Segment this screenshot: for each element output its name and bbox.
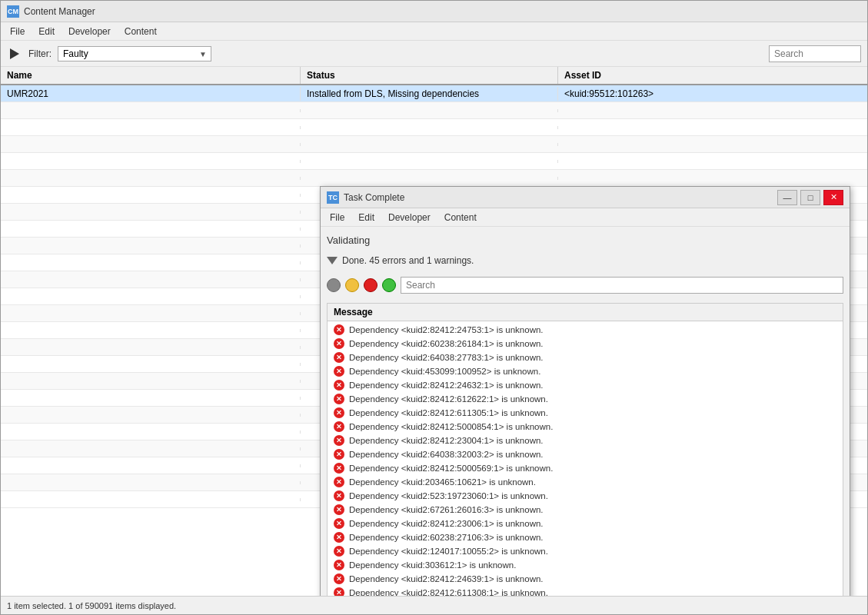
cell-status: Installed from DLS, Missing dependencies <box>301 87 558 101</box>
message-text: Dependency <kuid:203465:10621> is unknow… <box>349 477 536 487</box>
message-text: Dependency <kuid2:82412:611305:1> is unk… <box>349 408 548 417</box>
error-icon: ✕ <box>334 573 344 584</box>
message-text: Dependency <kuid2:82412:5000569:1> is un… <box>349 464 553 473</box>
message-text: Dependency <kuid2:82412:23006:1> is unkn… <box>349 519 544 528</box>
dialog-menu-edit[interactable]: Edit <box>352 211 381 224</box>
dialog-close-button[interactable]: ✕ <box>823 190 843 205</box>
error-icon: ✕ <box>334 490 344 501</box>
error-icon: ✕ <box>334 463 344 474</box>
menu-file[interactable]: File <box>4 25 31 38</box>
error-icon: ✕ <box>334 477 344 487</box>
dialog-icon: TC <box>327 191 339 204</box>
message-item: ✕Dependency <kuid2:67261:26016:3> is unk… <box>328 503 843 517</box>
message-item: ✕Dependency <kuid2:82412:24639:1> is unk… <box>328 572 843 586</box>
error-icon: ✕ <box>334 380 344 391</box>
dialog-search-input[interactable] <box>401 277 843 294</box>
filter-dot-red[interactable] <box>364 278 377 292</box>
messages-section: Message ✕Dependency <kuid2:82412:24753:1… <box>327 303 843 596</box>
menu-edit[interactable]: Edit <box>32 25 61 38</box>
message-text: Dependency <kuid2:64038:32003:2> is unkn… <box>349 450 544 459</box>
dialog-minimize-button[interactable]: — <box>777 190 797 205</box>
message-item: ✕Dependency <kuid2:82412:5000569:1> is u… <box>328 461 843 475</box>
task-complete-dialog: TC Task Complete — □ ✕ File Edit Develop… <box>320 186 850 596</box>
filter-select[interactable]: Faulty All Installed Not Installed <box>58 46 211 62</box>
error-icon: ✕ <box>334 449 344 460</box>
message-text: Dependency <kuid:303612:1> is unknown. <box>349 560 516 570</box>
filter-dots-row <box>327 274 843 297</box>
main-toolbar: Filter: Faulty All Installed Not Install… <box>1 41 867 67</box>
result-text: Done. 45 errors and 1 warnings. <box>342 255 474 266</box>
main-window-title: Content Manager <box>24 6 95 17</box>
message-item: ✕Dependency <kuid2:82412:611308:1> is un… <box>328 586 843 596</box>
message-text: Dependency <kuid2:82412:23004:1> is unkn… <box>349 436 544 445</box>
message-item: ✕Dependency <kuid:203465:10621> is unkno… <box>328 475 843 489</box>
message-item: ✕Dependency <kuid2:82412:612622:1> is un… <box>328 392 843 406</box>
status-bar: 1 item selected. 1 of 590091 items displ… <box>1 596 867 614</box>
message-item: ✕Dependency <kuid2:82412:24632:1> is unk… <box>328 378 843 392</box>
message-item: ✕Dependency <kuid2:60238:26184:1> is unk… <box>328 337 843 351</box>
menu-developer[interactable]: Developer <box>62 25 117 38</box>
message-item: ✕Dependency <kuid2:523:19723060:1> is un… <box>328 489 843 503</box>
message-text: Dependency <kuid2:67261:26016:3> is unkn… <box>349 505 544 514</box>
message-text: Dependency <kuid2:60238:26184:1> is unkn… <box>349 339 544 348</box>
message-item: ✕Dependency <kuid2:82412:5000854:1> is u… <box>328 420 843 434</box>
dialog-maximize-button[interactable]: □ <box>800 190 820 205</box>
error-icon: ✕ <box>334 504 344 515</box>
message-item: ✕Dependency <kuid:453099:100952> is unkn… <box>328 364 843 378</box>
play-button[interactable] <box>7 46 22 62</box>
result-row: Done. 45 errors and 1 warnings. <box>327 254 843 268</box>
col-status-header: Status <box>301 67 558 84</box>
dialog-content: Validating Done. 45 errors and 1 warning… <box>321 227 850 596</box>
error-icon: ✕ <box>334 518 344 529</box>
main-window: CM Content Manager File Edit Developer C… <box>0 0 868 615</box>
main-menu-bar: File Edit Developer Content <box>1 22 867 41</box>
col-name-header: Name <box>1 67 301 84</box>
error-icon: ✕ <box>334 560 344 570</box>
filter-dot-green[interactable] <box>382 278 396 292</box>
menu-content[interactable]: Content <box>118 25 163 38</box>
message-text: Dependency <kuid2:82412:612622:1> is unk… <box>349 394 548 404</box>
message-item: ✕Dependency <kuid2:82412:23006:1> is unk… <box>328 517 843 530</box>
dialog-controls: — □ ✕ <box>777 190 843 205</box>
play-icon <box>10 48 19 59</box>
message-item: ✕Dependency <kuid2:64038:27783:1> is unk… <box>328 351 843 364</box>
filter-dot-gray[interactable] <box>327 278 341 292</box>
message-text: Dependency <kuid2:82412:24753:1> is unkn… <box>349 325 544 334</box>
message-text: Dependency <kuid2:64038:27783:1> is unkn… <box>349 353 544 362</box>
message-text: Dependency <kuid2:82412:611308:1> is unk… <box>349 588 548 596</box>
table-container: Name Status Asset ID UMR2021 Installed f… <box>1 67 867 596</box>
table-row[interactable]: UMR2021 Installed from DLS, Missing depe… <box>1 85 867 102</box>
dialog-menu-file[interactable]: File <box>324 211 351 224</box>
error-icon: ✕ <box>334 546 344 557</box>
message-item: ✕Dependency <kuid2:124017:10055:2> is un… <box>328 544 843 558</box>
cell-assetid: <kuid:95512:101263> <box>558 87 867 101</box>
messages-list[interactable]: ✕Dependency <kuid2:82412:24753:1> is unk… <box>328 321 843 596</box>
table-row-empty <box>1 136 867 153</box>
validating-label: Validating <box>327 233 843 248</box>
dialog-menu-content[interactable]: Content <box>438 211 483 224</box>
main-title-bar: CM Content Manager <box>1 1 867 22</box>
error-icon: ✕ <box>334 324 344 335</box>
message-text: Dependency <kuid2:60238:27106:3> is unkn… <box>349 533 544 542</box>
main-search-input[interactable] <box>769 45 861 62</box>
filter-dot-yellow[interactable] <box>345 278 359 292</box>
table-row-empty <box>1 102 867 119</box>
collapse-icon[interactable] <box>327 257 338 264</box>
message-item: ✕Dependency <kuid2:82412:23004:1> is unk… <box>328 434 843 447</box>
message-item: ✕Dependency <kuid2:60238:27106:3> is unk… <box>328 530 843 544</box>
messages-header: Message <box>328 304 843 321</box>
error-icon: ✕ <box>334 394 344 404</box>
error-icon: ✕ <box>334 366 344 377</box>
main-window-icon: CM <box>7 5 19 18</box>
filter-label: Filter: <box>28 48 52 59</box>
message-item: ✕Dependency <kuid2:82412:611305:1> is un… <box>328 406 843 420</box>
dialog-menu-developer[interactable]: Developer <box>382 211 437 224</box>
message-text: Dependency <kuid2:82412:5000854:1> is un… <box>349 422 553 431</box>
dialog-title: Task Complete <box>344 192 777 203</box>
status-text: 1 item selected. 1 of 590091 items displ… <box>7 601 176 610</box>
col-assetid-header: Asset ID <box>558 67 867 84</box>
table-row-empty <box>1 153 867 170</box>
dialog-menu-bar: File Edit Developer Content <box>321 208 850 227</box>
error-icon: ✕ <box>334 407 344 418</box>
dialog-title-bar: TC Task Complete — □ ✕ <box>321 187 850 208</box>
